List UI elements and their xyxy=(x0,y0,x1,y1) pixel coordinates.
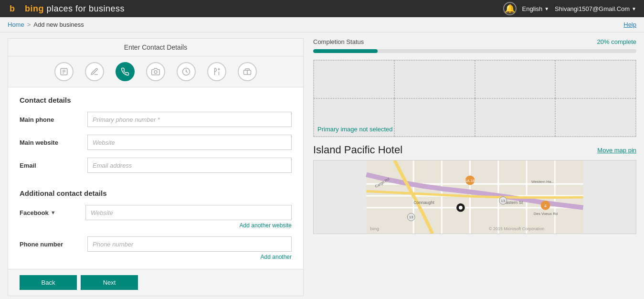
business-name: Island Pacific Hotel xyxy=(313,144,402,156)
left-panel: Enter Contact Details xyxy=(8,38,304,296)
svg-text:Western Ha...: Western Ha... xyxy=(531,180,554,184)
header-left: b bing places for business xyxy=(8,2,125,15)
panel-header: Enter Contact Details xyxy=(8,39,303,56)
contact-details-section: Contact details Main phone Main website … xyxy=(8,87,303,189)
user-email: Shivangi1507@Gmail.Com xyxy=(555,5,630,12)
phone-number-row: Phone number xyxy=(20,236,292,252)
main-phone-label: Main phone xyxy=(20,116,82,123)
progress-bar-background xyxy=(313,49,636,53)
step-icon-camera[interactable] xyxy=(146,62,165,81)
image-cell-4[interactable] xyxy=(555,60,636,98)
right-panel: Completion Status 20% complete Primary i… xyxy=(304,38,636,296)
language-dropdown-arrow: ▼ xyxy=(544,6,549,11)
main-phone-row: Main phone xyxy=(20,112,292,127)
map-container: Cargo Rd Western Ha... Connaught Eastern… xyxy=(313,160,636,234)
step-icon-basic[interactable] xyxy=(54,62,74,81)
facebook-row: Facebook ▼ xyxy=(20,205,292,220)
site-subtitle: places for business xyxy=(47,4,125,13)
step-icon-dining[interactable] xyxy=(207,62,226,81)
language-label: English xyxy=(522,5,543,12)
breadcrumb-left: Home > Add new business xyxy=(8,21,84,28)
back-button[interactable]: Back xyxy=(20,275,77,290)
svg-point-6 xyxy=(154,71,157,74)
svg-text:13: 13 xyxy=(409,215,413,219)
step-icon-lodging[interactable] xyxy=(238,62,257,81)
breadcrumb-home-link[interactable]: Home xyxy=(8,21,24,28)
image-cell-3[interactable] xyxy=(475,60,556,98)
step-icon-edit[interactable] xyxy=(85,62,104,81)
add-another-website-link[interactable]: Add another website xyxy=(20,222,292,229)
completion-label: Completion Status xyxy=(313,38,364,45)
business-name-row: Island Pacific Hotel Move map pin xyxy=(313,144,636,156)
svg-text:4: 4 xyxy=(544,203,547,208)
image-cell-7[interactable] xyxy=(475,98,556,137)
add-another-link[interactable]: Add another xyxy=(20,254,292,260)
image-cell-2[interactable] xyxy=(394,60,475,98)
svg-text:Connaught: Connaught xyxy=(413,200,434,205)
svg-text:© 2015 Microsoft Corporation: © 2015 Microsoft Corporation xyxy=(489,226,544,231)
notification-icon[interactable]: 🔔 xyxy=(503,2,517,15)
breadcrumb-current: Add new business xyxy=(33,21,84,28)
image-cell-6[interactable] xyxy=(394,98,475,137)
svg-point-36 xyxy=(459,206,463,210)
step-icons-row xyxy=(8,56,303,87)
user-menu[interactable]: Shivangi1507@Gmail.Com ▼ xyxy=(555,5,636,12)
svg-text:bing: bing xyxy=(370,226,379,231)
language-selector[interactable]: English ▼ xyxy=(522,5,549,12)
main-website-row: Main website xyxy=(20,135,292,150)
main-layout: Enter Contact Details xyxy=(0,32,644,299)
main-website-label: Main website xyxy=(20,139,82,146)
additional-contact-section: Additional contact details Facebook ▼ Ad… xyxy=(8,189,303,269)
facebook-label: Facebook xyxy=(20,209,49,216)
breadcrumb: Home > Add new business Help xyxy=(0,17,644,32)
progress-bar-fill xyxy=(313,49,378,53)
completion-header: Completion Status 20% complete xyxy=(313,38,636,45)
site-title: bing places for business xyxy=(25,4,125,14)
header: b bing places for business 🔔 English ▼ S… xyxy=(0,0,644,17)
svg-text:1A.1B: 1A.1B xyxy=(465,179,475,183)
next-button[interactable]: Next xyxy=(81,275,138,290)
phone-number-label: Phone number xyxy=(20,241,82,248)
breadcrumb-separator: > xyxy=(27,21,31,28)
help-link[interactable]: Help xyxy=(623,21,636,28)
facebook-label-wrap: Facebook ▼ xyxy=(20,209,82,216)
completion-percentage: 20% complete xyxy=(597,38,636,45)
image-cell-8[interactable] xyxy=(555,98,636,137)
bottom-buttons: Back Next xyxy=(8,269,303,296)
additional-section-title: Additional contact details xyxy=(20,189,292,197)
svg-text:Des Voeux Rd: Des Voeux Rd xyxy=(534,212,558,216)
primary-image-label: Primary image not selected xyxy=(317,126,393,133)
bing-logo-icon: b xyxy=(8,2,21,15)
main-website-input[interactable] xyxy=(87,135,292,150)
map-svg: Cargo Rd Western Ha... Connaught Eastern… xyxy=(314,160,636,234)
contact-section-title: Contact details xyxy=(20,96,292,104)
panel-header-title: Enter Contact Details xyxy=(124,43,187,51)
email-label: Email xyxy=(20,162,82,169)
image-cell-1[interactable] xyxy=(314,60,394,98)
facebook-input[interactable] xyxy=(85,205,292,220)
header-right: 🔔 English ▼ Shivangi1507@Gmail.Com ▼ xyxy=(503,2,636,15)
step-icon-phone[interactable] xyxy=(116,62,135,81)
phone-number-input[interactable] xyxy=(87,236,292,252)
svg-text:b: b xyxy=(10,4,15,13)
move-map-pin-link[interactable]: Move map pin xyxy=(597,147,636,154)
step-icon-hours[interactable] xyxy=(177,62,196,81)
email-input[interactable] xyxy=(87,158,292,173)
facebook-dropdown-arrow[interactable]: ▼ xyxy=(51,210,56,215)
svg-text:13: 13 xyxy=(501,199,505,203)
main-phone-input[interactable] xyxy=(87,112,292,127)
email-row: Email xyxy=(20,158,292,173)
image-grid[interactable]: Primary image not selected xyxy=(313,60,636,137)
user-dropdown-arrow: ▼ xyxy=(632,6,636,11)
